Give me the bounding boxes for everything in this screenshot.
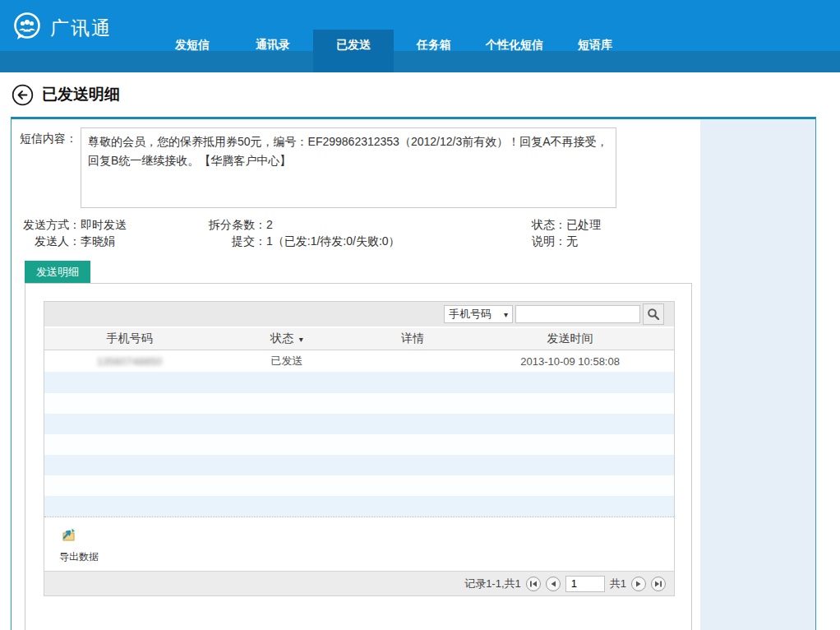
- nav-item-send-sms[interactable]: 发短信: [152, 30, 233, 72]
- empty-row: [44, 414, 674, 434]
- split-count: 拆分条数：2: [143, 218, 273, 233]
- col-header-detail: 详情: [359, 331, 466, 346]
- note-field: 说明：无: [472, 234, 578, 249]
- send-method: 发送方式：即时发送: [12, 218, 127, 233]
- export-data-icon: [59, 531, 77, 545]
- sort-caret-icon: ▾: [299, 335, 303, 344]
- sms-content-box[interactable]: 尊敬的会员，您的保养抵用券50元，编号：EF299862312353（2012/…: [81, 127, 616, 208]
- empty-rows: [44, 373, 674, 517]
- page-title: 已发送明细: [42, 84, 120, 105]
- row-status: 已发送: [215, 354, 359, 368]
- submit-field: 提交：1（已发:1/待发:0/失败:0）: [143, 234, 400, 249]
- page-title-bar: 已发送明细: [0, 72, 840, 117]
- search-input[interactable]: [515, 305, 640, 323]
- search-field-select[interactable]: 手机号码 ▾: [444, 305, 513, 323]
- empty-row: [44, 475, 674, 496]
- search-icon: [647, 308, 660, 321]
- phone-number-redacted: 13560748850: [97, 355, 163, 368]
- detail-table: 手机号码 ▾ 手机号码 状态 ▾: [44, 301, 675, 596]
- empty-row: [44, 434, 674, 455]
- previous-page-button[interactable]: [546, 577, 561, 591]
- brand-bubble-people-icon: [12, 11, 43, 45]
- status-field: 状态：已处理: [472, 218, 601, 233]
- table-search-bar: 手机号码 ▾: [44, 302, 674, 327]
- export-row: 导出数据: [44, 517, 674, 571]
- next-page-button[interactable]: [631, 577, 646, 591]
- col-header-status[interactable]: 状态 ▾: [215, 331, 359, 346]
- search-button[interactable]: [643, 303, 664, 325]
- empty-row: [44, 373, 674, 393]
- nav-item-contacts[interactable]: 通讯录: [233, 30, 313, 72]
- app-logo[interactable]: 广讯通: [12, 11, 112, 45]
- sender-field: 发送人：李晓娟: [12, 234, 115, 249]
- brand-name: 广讯通: [50, 16, 112, 41]
- sent-detail-panel: 短信内容： 尊敬的会员，您的保养抵用券50元，编号：EF299862312353…: [11, 117, 816, 630]
- row-send-time: 2013-10-09 10:58:08: [466, 355, 674, 368]
- nav-item-sent[interactable]: 已发送: [313, 30, 394, 72]
- total-pages-label: 共1: [610, 577, 626, 591]
- empty-row: [44, 393, 674, 414]
- col-header-phone: 手机号码: [44, 331, 215, 346]
- back-button[interactable]: [12, 84, 34, 106]
- sms-content-label: 短信内容：: [12, 132, 77, 146]
- first-page-button[interactable]: [526, 577, 541, 591]
- page-number-input[interactable]: [565, 576, 605, 592]
- empty-row: [44, 455, 674, 475]
- export-data-label: 导出数据: [59, 550, 99, 564]
- tab-send-detail[interactable]: 发送明细: [25, 261, 90, 283]
- right-side-panel: [700, 119, 815, 630]
- empty-row: [44, 496, 674, 517]
- nav-item-personalized-sms[interactable]: 个性化短信: [474, 30, 555, 72]
- nav-item-phrase-library[interactable]: 短语库: [555, 30, 635, 72]
- chevron-down-icon: ▾: [504, 310, 508, 319]
- record-summary: 记录1-1,共1: [464, 577, 521, 591]
- top-navigation: 广讯通 发短信 通讯录 已发送 任务箱 个性化短信 短语库: [0, 0, 840, 72]
- send-detail-box: 手机号码 ▾ 手机号码 状态 ▾: [25, 283, 692, 630]
- main-menu: 发短信 通讯录 已发送 任务箱 个性化短信 短语库: [152, 30, 635, 72]
- meta-row-1: 发送方式：即时发送 拆分条数：2 状态：已处理: [12, 218, 685, 233]
- table-row[interactable]: 13560748850 已发送 2013-10-09 10:58:08: [44, 350, 674, 373]
- last-page-button[interactable]: [651, 577, 666, 591]
- meta-row-2: 发送人：李晓娟 提交：1（已发:1/待发:0/失败:0） 说明：无: [12, 234, 685, 249]
- nav-item-task-box[interactable]: 任务箱: [394, 30, 474, 72]
- pagination-bar: 记录1-1,共1 共1: [44, 571, 674, 595]
- col-header-send-time: 发送时间: [466, 331, 674, 346]
- table-header-row: 手机号码 状态 ▾ 详情 发送时间: [44, 327, 674, 350]
- export-data-button[interactable]: 导出数据: [59, 525, 99, 564]
